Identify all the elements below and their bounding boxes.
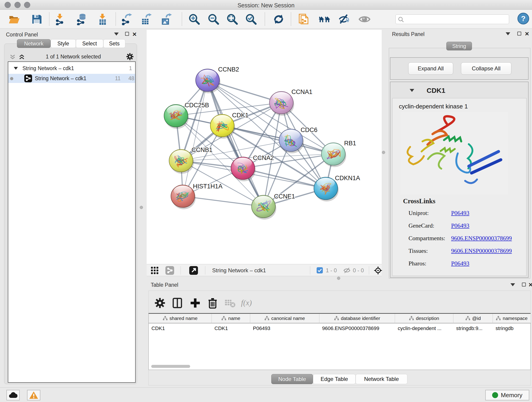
memory-button[interactable]: Memory [485, 390, 529, 400]
network-options-gear-icon[interactable] [126, 53, 134, 61]
open-in-new-icon[interactable] [189, 266, 198, 275]
column-header-id[interactable]: @id [453, 314, 493, 323]
tab-node-table[interactable]: Node Table [271, 374, 313, 384]
node-CCNB1[interactable]: CCNB1 [169, 147, 213, 174]
bottom-splitter-handle[interactable] [337, 277, 340, 280]
search-input[interactable] [405, 15, 506, 24]
node-label-RB1: RB1 [344, 140, 356, 147]
table-cell[interactable]: CDK1 [212, 324, 250, 333]
node-label-CDK1: CDK1 [232, 112, 249, 119]
column-header-name[interactable]: name [212, 314, 250, 323]
node-CDC25B[interactable]: CDC25B [164, 102, 209, 129]
column-header-canonicalname[interactable]: canonical name [250, 314, 319, 323]
tab-select[interactable]: Select [76, 39, 103, 48]
crosslink-value-link[interactable]: P06493 [451, 210, 469, 217]
table-panel-float-icon[interactable] [522, 283, 526, 287]
open-session-icon[interactable] [8, 13, 20, 25]
zoom-in-icon[interactable] [188, 13, 200, 25]
tab-edge-table[interactable]: Edge Table [313, 374, 355, 384]
table-cell[interactable]: 9606.ENSP00000378699 [319, 324, 395, 333]
table-cell[interactable]: P06493 [250, 324, 319, 333]
control-panel-float-icon[interactable] [125, 32, 129, 36]
refresh-icon[interactable] [273, 13, 285, 25]
help-icon[interactable]: ? [517, 13, 529, 25]
column-header-sharedname[interactable]: shared name [149, 314, 212, 323]
save-session-icon[interactable] [31, 13, 43, 25]
string-eye-icon[interactable] [359, 13, 370, 25]
tree-expand-icon[interactable] [14, 67, 18, 70]
results-panel-float-icon[interactable] [517, 32, 521, 36]
column-header-description[interactable]: description [395, 314, 453, 323]
expand-all-button[interactable]: Expand All [408, 62, 453, 75]
tab-string[interactable]: String [446, 42, 472, 51]
node-HIST1H1A[interactable]: HIST1H1A [171, 183, 222, 209]
warnings-button[interactable] [27, 390, 40, 400]
delete-column-icon[interactable] [207, 297, 219, 309]
left-splitter-handle[interactable] [140, 206, 143, 209]
table-panel-close-icon[interactable]: ✕ [528, 282, 532, 288]
table-cell[interactable]: stringdb:9... [453, 324, 493, 333]
export-network-icon[interactable] [120, 13, 133, 25]
node-CCNA1[interactable]: CCNA1 [269, 89, 312, 116]
tab-network-table[interactable]: Network Table [355, 374, 407, 384]
right-splitter-handle[interactable] [382, 151, 385, 154]
results-panel-close-icon[interactable]: ✕ [525, 31, 529, 37]
toolbar-separator [369, 266, 369, 274]
string-home-icon[interactable] [318, 13, 330, 25]
table-cell[interactable]: stringdb [493, 324, 531, 333]
zoom-fit-icon[interactable] [226, 13, 238, 25]
zoom-selected-icon[interactable] [245, 13, 257, 25]
protein-collapse-icon[interactable] [410, 89, 414, 92]
cloud-button[interactable] [6, 390, 20, 400]
tab-sets[interactable]: Sets [103, 39, 125, 48]
network-graph[interactable]: CCNB2CCNA1CDC25BCDK1CDC6RB1CCNB1CCNA2CDK… [147, 30, 382, 264]
column-header-namespace[interactable]: namespace [493, 314, 531, 323]
node-CCNE1[interactable]: CCNE1 [252, 193, 295, 220]
crosslink-value-link[interactable]: P06493 [451, 222, 469, 229]
add-column-icon[interactable] [189, 297, 201, 309]
crosslink-value-link[interactable]: P06493 [451, 260, 469, 267]
crosslink-value-link[interactable]: 9606.ENSP00000378699 [451, 248, 512, 254]
column-header-databaseidentifier[interactable]: database identifier [319, 314, 395, 323]
node-CDKN1A[interactable]: CDKN1A [314, 175, 360, 201]
selected-checkbox-icon[interactable] [317, 267, 323, 274]
node-table[interactable]: shared nameCDK1nameCDK1canonical nameP06… [148, 313, 531, 370]
node-CCNB2[interactable]: CCNB2 [196, 66, 239, 93]
control-panel-close-icon[interactable]: ✕ [132, 32, 137, 37]
network-collection-row[interactable]: String Network – cdk1 1 [8, 64, 135, 73]
edge-CCNB2-HIST1H1A[interactable] [183, 80, 208, 196]
collapse-all-button[interactable]: Collapse All [461, 62, 511, 75]
import-network-database-icon[interactable] [76, 13, 88, 25]
collapse-all-icon[interactable] [9, 54, 16, 60]
table-cell[interactable]: cyclin-dependent ... [395, 324, 453, 333]
results-panel-collapse-icon[interactable] [506, 32, 510, 35]
table-gear-icon[interactable] [154, 297, 166, 309]
string-hide-icon[interactable] [338, 13, 350, 25]
network-share-icon[interactable] [165, 266, 174, 275]
string-import-icon[interactable] [298, 13, 310, 25]
birdseye-grid-icon[interactable] [151, 267, 158, 274]
control-panel-title: Control Panel [6, 32, 38, 38]
table-panel-collapse-icon[interactable] [510, 283, 515, 286]
node-RB1[interactable]: RB1 [322, 140, 356, 167]
fit-selected-crosshair-icon[interactable] [374, 266, 382, 274]
node-CDC6[interactable]: CDC6 [279, 127, 317, 153]
column-header-label: shared name [170, 316, 198, 321]
network-canvas[interactable]: CCNB2CCNA1CDC25BCDK1CDC6RB1CCNB1CCNA2CDK… [147, 30, 382, 264]
show-columns-icon[interactable] [171, 297, 183, 309]
export-image-icon[interactable] [160, 13, 172, 25]
tab-style[interactable]: Style [51, 39, 76, 48]
zoom-out-icon[interactable] [208, 13, 220, 25]
network-row[interactable]: String Network – cdk1 11 48 [8, 74, 135, 83]
import-network-file-icon[interactable] [54, 13, 66, 25]
toolbar-separator [291, 12, 291, 26]
tab-network[interactable]: Network [17, 39, 51, 48]
control-panel-collapse-icon[interactable] [114, 32, 119, 36]
expand-all-icon[interactable] [18, 54, 25, 60]
table-cell[interactable]: CDK1 [149, 324, 212, 333]
import-table-file-icon[interactable] [97, 13, 109, 25]
crosslink-value-link[interactable]: 9606.ENSP00000378699 [451, 235, 512, 242]
table-hscrollbar-thumb[interactable] [151, 365, 190, 368]
export-table-icon[interactable] [140, 13, 152, 25]
node-label-CDC6: CDC6 [301, 127, 317, 133]
